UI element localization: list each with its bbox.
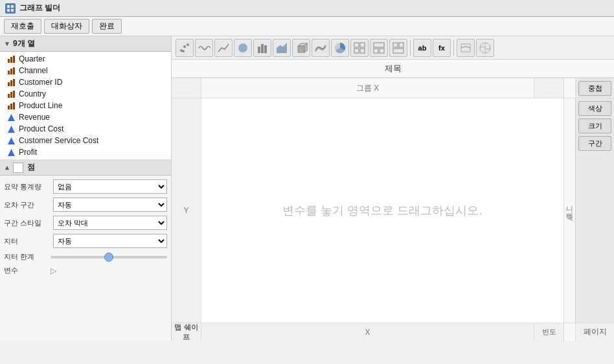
svg-point-27 bbox=[238, 43, 247, 52]
scatter-chart-btn[interactable] bbox=[176, 39, 194, 57]
map2-btn[interactable] bbox=[476, 39, 494, 57]
svg-rect-15 bbox=[13, 91, 15, 98]
fields-section: ▼ 9개 열 QuarterChannelCustomer IDCountryP… bbox=[0, 36, 171, 160]
prop-label-1: 오차 구간 bbox=[4, 200, 51, 210]
field-item-customer-id[interactable]: Customer ID bbox=[0, 76, 171, 88]
field-item-profit[interactable]: Profit bbox=[0, 146, 171, 158]
fields-collapse-arrow: ▼ bbox=[4, 40, 10, 47]
variable-row: 변수▷ bbox=[4, 266, 167, 275]
grid2-btn[interactable] bbox=[370, 39, 388, 57]
props-section-header[interactable]: ▲ 점 bbox=[0, 160, 171, 176]
chart-area-inner: 변수를 놓기 영역으로 드래그하십시오. bbox=[201, 98, 563, 323]
grid1-btn[interactable] bbox=[350, 39, 369, 57]
svg-rect-1 bbox=[11, 5, 14, 8]
svg-marker-21 bbox=[8, 137, 15, 144]
svg-rect-2 bbox=[7, 9, 10, 12]
fields-section-header[interactable]: ▼ 9개 열 bbox=[0, 36, 171, 52]
x-group-right-spacer bbox=[534, 78, 563, 98]
field-item-product-line[interactable]: Product Line bbox=[0, 100, 171, 111]
color-button[interactable]: 색상 bbox=[578, 101, 611, 116]
ribbon-chart-btn[interactable] bbox=[312, 39, 330, 57]
svg-rect-0 bbox=[7, 5, 10, 8]
svg-rect-29 bbox=[261, 44, 264, 53]
x-group-left-spacer bbox=[172, 78, 201, 98]
svg-marker-20 bbox=[8, 126, 15, 133]
field-item-country[interactable]: Country bbox=[0, 88, 171, 100]
svg-rect-11 bbox=[10, 80, 12, 86]
y-right-spacer-bottom bbox=[563, 323, 575, 341]
svg-rect-42 bbox=[380, 49, 384, 53]
bar-chart-icon bbox=[6, 54, 16, 63]
jitter-slider[interactable] bbox=[51, 256, 167, 258]
svg-rect-46 bbox=[461, 44, 470, 52]
svg-rect-14 bbox=[10, 92, 12, 98]
svg-rect-36 bbox=[354, 43, 359, 47]
window-title: 그래프 빌더 bbox=[19, 3, 60, 14]
main-layout: ▼ 9개 열 QuarterChannelCustomer IDCountryP… bbox=[0, 36, 614, 341]
line-chart-btn[interactable] bbox=[214, 39, 233, 57]
props-checkbox[interactable] bbox=[13, 163, 23, 173]
prop-select-3[interactable]: 자동없음일정 bbox=[53, 234, 167, 248]
prop-row-1: 오차 구간자동없음표준오차신뢰구간 bbox=[4, 198, 167, 212]
field-item-revenue[interactable]: Revenue bbox=[0, 111, 171, 123]
area-chart-btn[interactable] bbox=[234, 39, 252, 57]
field-label: Profit bbox=[19, 148, 37, 157]
field-item-quarter[interactable]: Quarter bbox=[0, 53, 171, 65]
dialog-button[interactable]: 대화상자 bbox=[44, 19, 89, 34]
grid3-btn[interactable] bbox=[389, 39, 407, 57]
fx-btn[interactable]: fx bbox=[433, 39, 451, 57]
size-button[interactable]: 크기 bbox=[578, 119, 611, 133]
bar-chart-btn[interactable] bbox=[253, 39, 271, 57]
frequency-label: 빈도 bbox=[534, 323, 563, 341]
svg-rect-32 bbox=[298, 46, 304, 52]
map1-btn[interactable] bbox=[457, 39, 475, 57]
field-item-product-cost[interactable]: Product Cost bbox=[0, 123, 171, 135]
props-section-label: 점 bbox=[27, 162, 35, 173]
interval-button[interactable]: 구간 bbox=[578, 136, 611, 151]
prop-select-2[interactable]: 오차 막대캡 없음대괄호 bbox=[53, 216, 167, 230]
overlap-button[interactable]: 중첩 bbox=[578, 81, 611, 96]
field-label: Channel bbox=[19, 66, 48, 75]
svg-rect-18 bbox=[13, 102, 15, 109]
triangle-icon bbox=[6, 136, 16, 145]
app-icon bbox=[5, 3, 16, 14]
bar-chart-icon bbox=[6, 78, 16, 87]
stat-btn[interactable]: ab bbox=[413, 39, 431, 57]
svg-rect-28 bbox=[258, 47, 260, 53]
chart-title-row: 제목 bbox=[172, 60, 614, 78]
prop-select-0[interactable]: 없음평균합계중앙값 bbox=[53, 179, 167, 194]
svg-rect-43 bbox=[393, 43, 398, 47]
prop-label-3: 지터 bbox=[4, 236, 51, 246]
chart-placeholder: 변수를 놓기 영역으로 드래그하십시오. bbox=[282, 203, 482, 218]
y-right-label-text: 니뻐 Y bbox=[565, 200, 574, 221]
prop-select-1[interactable]: 자동없음표준오차신뢰구간 bbox=[53, 198, 167, 212]
svg-rect-6 bbox=[13, 56, 15, 63]
jitter-limit-row: 지터 한계 bbox=[4, 252, 167, 262]
svg-rect-5 bbox=[10, 57, 12, 63]
map-shape-label: 맵 쉐이프 bbox=[172, 323, 201, 341]
field-label: Country bbox=[19, 89, 46, 98]
field-item-channel[interactable]: Channel bbox=[0, 65, 171, 76]
field-label: Product Line bbox=[19, 101, 62, 110]
chart-canvas[interactable]: 변수를 놓기 영역으로 드래그하십시오. bbox=[201, 98, 563, 323]
field-list: QuarterChannelCustomer IDCountryProduct … bbox=[0, 52, 171, 160]
svg-rect-12 bbox=[13, 79, 15, 86]
field-label: Quarter bbox=[19, 54, 45, 63]
fields-count-label: 9개 열 bbox=[13, 38, 35, 49]
svg-point-26 bbox=[182, 50, 185, 52]
left-panel: ▼ 9개 열 QuarterChannelCustomer IDCountryP… bbox=[0, 36, 172, 341]
jitter-limit-label: 지터 한계 bbox=[4, 252, 51, 262]
field-item-customer-service-cost[interactable]: Customer Service Cost bbox=[0, 135, 171, 146]
reset-button[interactable]: 재호출 bbox=[4, 19, 41, 34]
3d-chart-btn[interactable] bbox=[292, 39, 310, 57]
done-button[interactable]: 완료 bbox=[92, 19, 122, 34]
svg-rect-9 bbox=[13, 67, 15, 74]
histogram-btn[interactable] bbox=[273, 39, 291, 57]
svg-rect-37 bbox=[360, 43, 365, 47]
side-buttons-top: 중첩 bbox=[575, 78, 614, 98]
svg-rect-44 bbox=[399, 43, 404, 47]
svg-rect-13 bbox=[8, 94, 10, 98]
svg-rect-10 bbox=[8, 82, 10, 86]
bubble-chart-btn[interactable] bbox=[195, 39, 213, 57]
pie-chart-btn[interactable] bbox=[331, 39, 349, 57]
